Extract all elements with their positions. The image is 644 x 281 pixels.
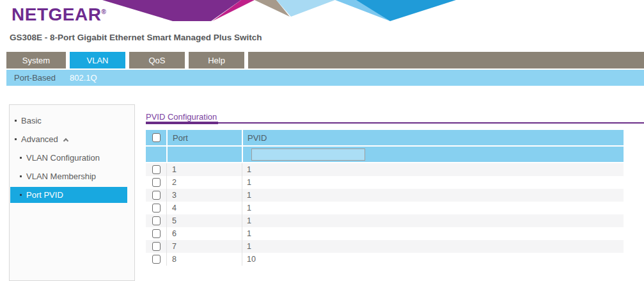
- tab-vlan[interactable]: VLAN: [70, 52, 125, 68]
- bullet-icon: [20, 175, 22, 177]
- bullet-icon: [20, 157, 22, 159]
- table-header-row: Port PVID: [146, 130, 624, 145]
- table-row: 8 10: [146, 253, 624, 266]
- pvid-input[interactable]: [251, 149, 365, 161]
- table-row: 1 1: [146, 163, 624, 176]
- port-cell: 5: [166, 214, 242, 227]
- sidebar-item-label: VLAN Membership: [26, 172, 96, 181]
- pvid-table: Port PVID 1 1 2 1 3 1: [146, 130, 624, 266]
- netgear-logo: NETGEAR®: [12, 4, 106, 25]
- port-cell: 4: [166, 202, 242, 214]
- sidebar-item-basic[interactable]: Basic: [10, 111, 134, 130]
- row-select-checkbox[interactable]: [152, 165, 161, 174]
- pvid-cell: 1: [242, 176, 624, 189]
- row-select-checkbox[interactable]: [152, 204, 161, 213]
- bullet-icon: [20, 194, 22, 196]
- collapse-caret-icon: [63, 138, 68, 143]
- page-title: PVID Configuration: [146, 112, 217, 122]
- pvid-cell: 1: [242, 214, 624, 227]
- select-all-checkbox[interactable]: [152, 133, 161, 142]
- table-input-row: [146, 147, 624, 162]
- pvid-cell: 1: [242, 163, 624, 176]
- row-select-checkbox[interactable]: [152, 191, 161, 200]
- tab-help[interactable]: Help: [189, 52, 244, 68]
- bullet-icon: [15, 138, 17, 140]
- port-cell: 3: [166, 189, 242, 202]
- logo-text: NETGEAR: [12, 4, 101, 24]
- sidebar-item-vlan-membership[interactable]: VLAN Membership: [10, 167, 134, 186]
- registered-mark-icon: ®: [101, 8, 106, 15]
- port-cell: 2: [166, 176, 242, 189]
- row-select-checkbox[interactable]: [152, 178, 161, 187]
- tab-system[interactable]: System: [6, 52, 66, 68]
- pvid-cell: 10: [242, 253, 624, 266]
- sidebar-item-label: VLAN Configuration: [26, 153, 100, 163]
- pvid-cell: 1: [242, 240, 624, 253]
- nav-filler: [248, 52, 644, 68]
- port-cell: 6: [166, 227, 242, 240]
- subnav-item-8021q[interactable]: 802.1Q: [70, 73, 97, 83]
- sidebar-item-label: Basic: [21, 116, 42, 125]
- title-underline: [146, 122, 218, 124]
- sidebar-item-vlan-configuration[interactable]: VLAN Configuration: [10, 149, 134, 167]
- table-row: 6 1: [146, 227, 624, 240]
- sidebar-item-label: Port PVID: [26, 190, 63, 200]
- column-header-pvid: PVID: [242, 130, 624, 145]
- table-row: 3 1: [146, 189, 624, 202]
- table-row: 5 1: [146, 214, 624, 227]
- port-cell: 7: [166, 240, 242, 253]
- title-rule: [218, 122, 644, 124]
- sidebar-item-advanced[interactable]: Advanced: [10, 130, 134, 149]
- sidebar-item-label: Advanced: [21, 134, 58, 144]
- sidebar-item-port-pvid[interactable]: Port PVID: [10, 187, 127, 203]
- page: NETGEAR® GS308E - 8-Port Gigabit Etherne…: [0, 0, 644, 281]
- row-select-checkbox[interactable]: [152, 255, 161, 264]
- column-header-port: Port: [166, 130, 242, 145]
- tab-qos[interactable]: QoS: [129, 52, 185, 68]
- device-title: GS308E - 8-Port Gigabit Ethernet Smart M…: [10, 33, 262, 42]
- bullet-icon: [15, 120, 17, 122]
- table-body: 1 1 2 1 3 1 4 1 5 1: [146, 163, 624, 266]
- port-cell: 1: [166, 163, 242, 176]
- table-row: 2 1: [146, 176, 624, 189]
- sub-nav: Port-Based 802.1Q: [6, 70, 644, 86]
- row-select-checkbox[interactable]: [152, 216, 161, 225]
- pvid-cell: 1: [242, 202, 624, 214]
- row-select-checkbox[interactable]: [152, 242, 161, 251]
- pvid-cell: 1: [242, 189, 624, 202]
- sidebar: Basic Advanced VLAN Configuration VLAN M…: [9, 104, 135, 281]
- port-cell: 8: [166, 253, 242, 266]
- top-nav: System VLAN QoS Help: [6, 52, 644, 68]
- pvid-cell: 1: [242, 227, 624, 240]
- subnav-item-port-based[interactable]: Port-Based: [14, 73, 56, 83]
- table-row: 4 1: [146, 202, 624, 214]
- row-select-checkbox[interactable]: [152, 229, 161, 238]
- table-row: 7 1: [146, 240, 624, 253]
